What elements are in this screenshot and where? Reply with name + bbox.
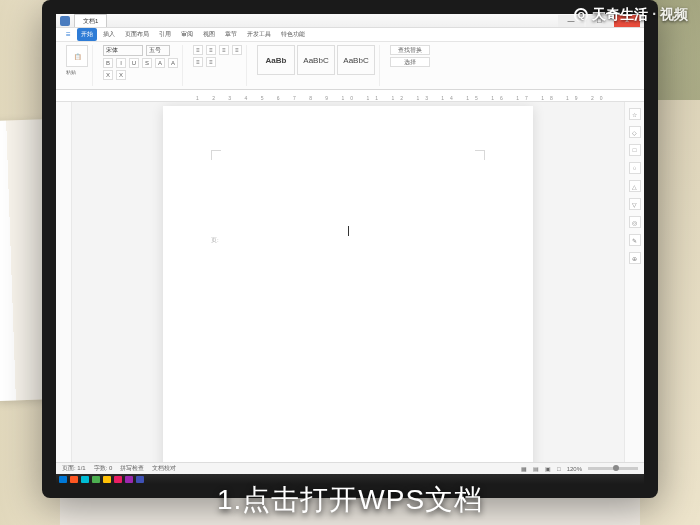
vertical-ruler[interactable] <box>56 102 72 462</box>
view-button-1[interactable]: ▦ <box>521 465 527 472</box>
status-page: 页面: 1/1 <box>62 464 86 473</box>
style-heading2[interactable]: AaBbC <box>337 45 375 75</box>
document-page[interactable]: 页: <box>163 106 533 462</box>
paste-label: 粘贴 <box>66 69 88 75</box>
align-center-button[interactable]: ≡ <box>206 45 216 55</box>
sidebar-tool-4[interactable]: ○ <box>629 162 641 174</box>
highlight-button[interactable]: A <box>168 58 178 68</box>
tab-reference[interactable]: 引用 <box>155 28 175 41</box>
sidebar-tool-6[interactable]: ▽ <box>629 198 641 210</box>
video-watermark: Q 天奇生活 · 视频 <box>574 6 688 24</box>
window-titlebar: 文档1 — □ × <box>56 14 644 28</box>
monitor-frame: 文档1 — □ × ≡ 开始 插入 页面布局 引用 审阅 视图 章节 开发工具 … <box>42 0 658 498</box>
wps-logo-icon <box>60 16 70 26</box>
font-color-button[interactable]: A <box>155 58 165 68</box>
right-sidebar: ☆ ◇ □ ○ △ ▽ ◎ ✎ ⊕ <box>624 102 644 462</box>
align-justify-button[interactable]: ≡ <box>232 45 242 55</box>
view-button-2[interactable]: ▤ <box>533 465 539 472</box>
watermark-tail: · 视频 <box>652 6 688 24</box>
tab-layout[interactable]: 页面布局 <box>121 28 153 41</box>
sidebar-tool-2[interactable]: ◇ <box>629 126 641 138</box>
style-normal[interactable]: AaBb <box>257 45 295 75</box>
document-tabs: 文档1 <box>74 14 107 27</box>
view-button-4[interactable]: □ <box>557 466 561 472</box>
style-heading1[interactable]: AaBbC <box>297 45 335 75</box>
margin-corner-tl-icon <box>211 150 221 160</box>
editing-group: 查找替换 选择 <box>386 45 434 86</box>
sidebar-tool-1[interactable]: ☆ <box>629 108 641 120</box>
styles-group: AaBb AaBbC AaBbC <box>253 45 380 86</box>
tab-insert[interactable]: 插入 <box>99 28 119 41</box>
watermark-brand: 天奇生活 <box>592 6 648 24</box>
tab-developer[interactable]: 开发工具 <box>243 28 275 41</box>
status-spellcheck[interactable]: 拼写检查 <box>120 464 144 473</box>
numbering-button[interactable]: ≡ <box>206 57 216 67</box>
superscript-button[interactable]: X <box>103 70 113 80</box>
search-icon: Q <box>574 8 588 22</box>
hamburger-menu[interactable]: ≡ <box>62 28 75 41</box>
select-button[interactable]: 选择 <box>390 57 430 67</box>
ribbon-tabs: ≡ 开始 插入 页面布局 引用 审阅 视图 章节 开发工具 特色功能 <box>56 28 644 42</box>
tab-features[interactable]: 特色功能 <box>277 28 309 41</box>
sidebar-tool-7[interactable]: ◎ <box>629 216 641 228</box>
workspace: 页: ☆ ◇ □ ○ △ ▽ ◎ ✎ ⊕ <box>56 102 644 462</box>
sidebar-tool-8[interactable]: ✎ <box>629 234 641 246</box>
underline-button[interactable]: U <box>129 58 139 68</box>
tab-section[interactable]: 章节 <box>221 28 241 41</box>
font-size-select[interactable]: 五号 <box>146 45 170 56</box>
find-button[interactable]: 查找替换 <box>390 45 430 55</box>
italic-button[interactable]: I <box>116 58 126 68</box>
bullets-button[interactable]: ≡ <box>193 57 203 67</box>
bold-button[interactable]: B <box>103 58 113 68</box>
sidebar-tool-5[interactable]: △ <box>629 180 641 192</box>
text-cursor-icon <box>348 226 349 236</box>
strike-button[interactable]: S <box>142 58 152 68</box>
horizontal-ruler[interactable]: 1 2 3 4 5 6 7 8 9 10 11 12 13 14 15 16 1… <box>56 90 644 102</box>
font-name-select[interactable]: 宋体 <box>103 45 143 56</box>
margin-corner-tr-icon <box>475 150 485 160</box>
subscript-button[interactable]: X <box>116 70 126 80</box>
view-button-3[interactable]: ▣ <box>545 465 551 472</box>
document-area[interactable]: 页: <box>72 102 624 462</box>
status-proofing[interactable]: 文档校对 <box>152 464 176 473</box>
align-left-button[interactable]: ≡ <box>193 45 203 55</box>
zoom-level[interactable]: 120% <box>567 466 582 472</box>
status-bar: 页面: 1/1 字数: 0 拼写检查 文档校对 ▦ ▤ ▣ □ 120% <box>56 462 644 474</box>
document-tab[interactable]: 文档1 <box>74 14 107 27</box>
align-right-button[interactable]: ≡ <box>219 45 229 55</box>
paste-button[interactable]: 📋 <box>66 45 88 67</box>
tab-view[interactable]: 视图 <box>199 28 219 41</box>
tab-review[interactable]: 审阅 <box>177 28 197 41</box>
tutorial-caption: 1.点击打开WPS文档 <box>0 481 700 519</box>
zoom-slider[interactable] <box>588 467 638 470</box>
status-words: 字数: 0 <box>94 464 113 473</box>
paragraph-group: ≡ ≡ ≡ ≡ ≡ ≡ <box>189 45 247 86</box>
clipboard-group: 📋 粘贴 <box>62 45 93 86</box>
sidebar-tool-3[interactable]: □ <box>629 144 641 156</box>
screen: 文档1 — □ × ≡ 开始 插入 页面布局 引用 审阅 视图 章节 开发工具 … <box>56 14 644 484</box>
sidebar-tool-9[interactable]: ⊕ <box>629 252 641 264</box>
page-placeholder: 页: <box>211 236 219 245</box>
font-group: 宋体 五号 B I U S A A X X <box>99 45 183 86</box>
tab-start[interactable]: 开始 <box>77 28 97 41</box>
ribbon-toolbar: 📋 粘贴 宋体 五号 B I U S A A X X <box>56 42 644 90</box>
